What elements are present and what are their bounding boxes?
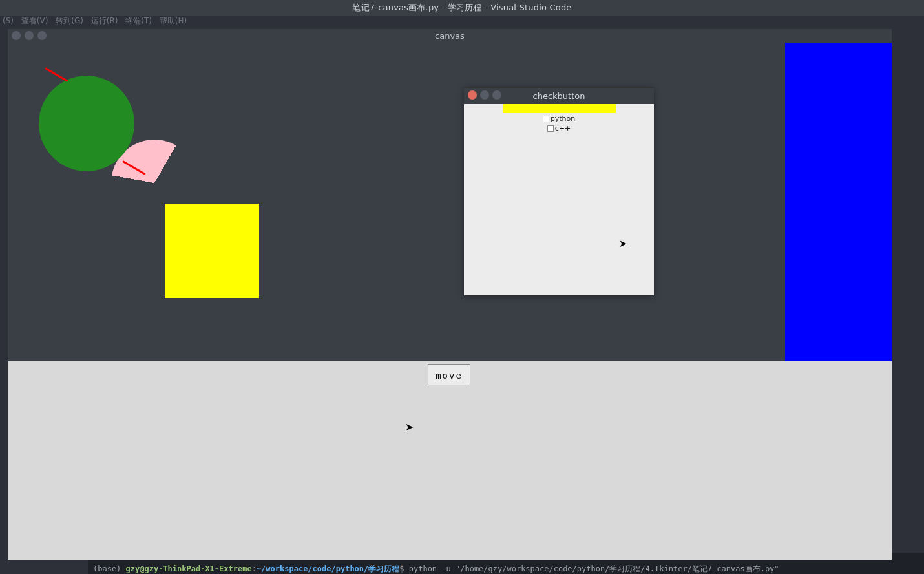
canvas-gray-area bbox=[8, 361, 892, 560]
window-minimize-icon[interactable] bbox=[25, 31, 34, 40]
tk-checkbutton-title: checkbutton bbox=[533, 91, 585, 101]
tk-canvas-titlebar[interactable]: canvas bbox=[8, 29, 892, 43]
tk-checkbutton-titlebar[interactable]: checkbutton bbox=[464, 88, 654, 104]
tk-canvas-title: canvas bbox=[435, 31, 465, 41]
vscode-window-title: 笔记7-canvas画布.py - 学习历程 - Visual Studio C… bbox=[0, 0, 924, 16]
checkbox-icon[interactable] bbox=[547, 125, 554, 132]
checkbutton-label: python bbox=[551, 114, 575, 123]
menu-item[interactable]: 帮助(H) bbox=[160, 16, 187, 25]
menu-item[interactable]: (S) bbox=[3, 16, 14, 25]
vscode-menu-bar[interactable]: (S) 查看(V) 转到(G) 运行(R) 终端(T) 帮助(H) bbox=[0, 16, 192, 30]
tk-canvas-body[interactable]: move ➤ bbox=[8, 43, 892, 560]
canvas-line-red bbox=[45, 67, 68, 82]
checkbutton-label: c++ bbox=[555, 124, 571, 133]
menu-item[interactable]: 终端(T) bbox=[125, 16, 152, 25]
menu-item[interactable]: 查看(V) bbox=[21, 16, 48, 25]
checkbox-icon[interactable] bbox=[543, 116, 549, 122]
mouse-cursor-icon: ➤ bbox=[405, 421, 413, 432]
label-yellow bbox=[503, 104, 616, 113]
tk-checkbutton-window[interactable]: checkbutton python c++ ➤ bbox=[464, 87, 654, 295]
window-maximize-icon[interactable] bbox=[492, 90, 501, 100]
terminal-command: python -u "/home/gzy/workspace/code/pyth… bbox=[409, 564, 779, 573]
menu-item[interactable]: 转到(G) bbox=[56, 16, 83, 25]
canvas-rectangle-blue bbox=[785, 43, 892, 361]
window-close-icon[interactable] bbox=[468, 90, 477, 100]
menu-item[interactable]: 运行(R) bbox=[91, 16, 118, 25]
window-close-icon[interactable] bbox=[12, 31, 21, 40]
canvas-oval-green bbox=[39, 76, 134, 171]
checkbutton-row[interactable]: c++ bbox=[464, 124, 654, 133]
move-button[interactable]: move bbox=[428, 364, 470, 385]
mouse-cursor-icon: ➤ bbox=[619, 238, 627, 250]
window-minimize-icon[interactable] bbox=[480, 90, 489, 100]
window-maximize-icon[interactable] bbox=[37, 31, 47, 40]
tk-canvas-window[interactable]: canvas move ➤ bbox=[8, 29, 892, 560]
checkbutton-row[interactable]: python bbox=[464, 114, 654, 123]
canvas-rectangle-yellow bbox=[165, 204, 259, 298]
